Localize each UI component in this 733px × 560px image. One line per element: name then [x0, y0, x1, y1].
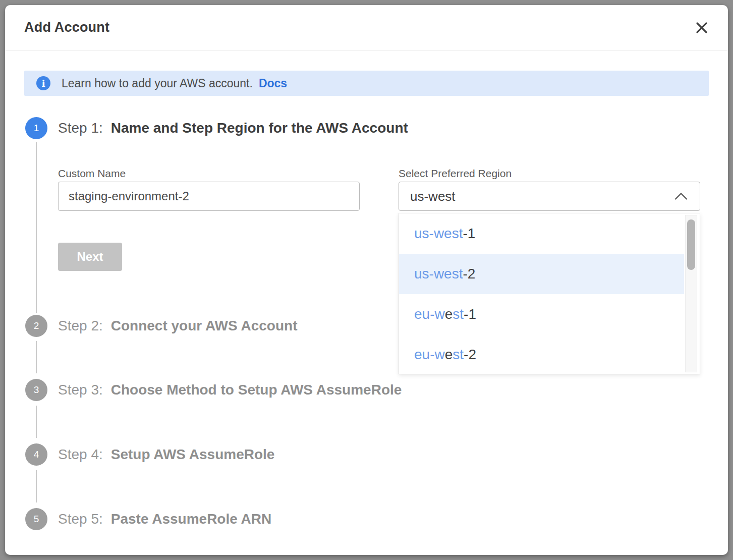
- step-2-indicator: 2: [25, 315, 47, 337]
- step-3-prefix: Step 3:: [58, 382, 103, 398]
- modal-backdrop: Add Account i Learn how to add your AWS …: [0, 0, 733, 560]
- region-dropdown: us-west-1 us-west-2 eu-west-1 eu-west-2: [399, 213, 700, 374]
- close-button[interactable]: [693, 19, 711, 37]
- next-button[interactable]: Next: [58, 243, 122, 271]
- option-rest-text: e: [445, 306, 453, 322]
- option-rest-text: -2: [464, 347, 476, 362]
- step-3-indicator: 3: [25, 379, 47, 401]
- option-match-text: us-west: [414, 226, 463, 241]
- step-1-row: 1 Step 1:Name and Step Region for the AW…: [25, 117, 408, 139]
- step-2-heading: Step 2:Connect your AWS Account: [58, 318, 297, 334]
- step-4-title: Setup AWS AssumeRole: [111, 446, 275, 462]
- step-4-prefix: Step 4:: [58, 446, 103, 462]
- step-4-indicator: 4: [25, 443, 47, 466]
- option-rest-text: -1: [463, 226, 475, 241]
- step-1-indicator: 1: [25, 117, 47, 139]
- region-label: Select Preferred Region: [399, 167, 512, 180]
- close-icon: [695, 21, 708, 34]
- modal-title: Add Account: [24, 20, 109, 35]
- step-connector-3-4: [36, 406, 37, 438]
- step-connector-4-5: [36, 470, 37, 502]
- step-1-prefix: Step 1:: [58, 120, 103, 136]
- step-4-heading: Step 4:Setup AWS AssumeRole: [58, 446, 274, 463]
- region-option-us-west-2[interactable]: us-west-2: [399, 254, 684, 294]
- step-5-prefix: Step 5:: [58, 511, 103, 527]
- dropdown-scrollbar-thumb[interactable]: [687, 219, 695, 270]
- option-rest-text: e: [445, 347, 453, 362]
- step-2-title: Connect your AWS Account: [111, 318, 298, 333]
- option-match-text: us-west: [414, 266, 463, 282]
- region-option-eu-west-1[interactable]: eu-west-1: [399, 294, 684, 334]
- custom-name-input[interactable]: [58, 182, 360, 211]
- dropdown-scrollbar[interactable]: [685, 215, 697, 372]
- option-match-text: eu-w: [414, 347, 445, 362]
- modal-header: Add Account: [5, 5, 728, 50]
- option-match-text: eu-w: [414, 306, 445, 322]
- step-5-indicator: 5: [25, 508, 47, 530]
- docs-link[interactable]: Docs: [259, 77, 287, 90]
- option-rest-text: -1: [464, 306, 476, 322]
- step-1-title: Name and Step Region for the AWS Account: [111, 120, 408, 136]
- step-2-row: 2 Step 2:Connect your AWS Account: [25, 315, 297, 337]
- chevron-up-icon[interactable]: [674, 193, 688, 200]
- step-5-heading: Step 5:Paste AssumeRole ARN: [58, 511, 271, 527]
- banner-text: Learn how to add your AWS account.: [62, 77, 253, 90]
- step-3-heading: Step 3:Choose Method to Setup AWS Assume…: [58, 382, 402, 398]
- info-banner: i Learn how to add your AWS account. Doc…: [24, 71, 709, 96]
- step-connector-2-3: [36, 341, 37, 373]
- region-input[interactable]: [399, 182, 700, 210]
- step-1-heading: Step 1:Name and Step Region for the AWS …: [58, 120, 408, 136]
- step-5-title: Paste AssumeRole ARN: [111, 511, 271, 527]
- option-rest-text: -2: [463, 266, 475, 282]
- region-option-eu-west-2[interactable]: eu-west-2: [399, 334, 684, 375]
- step-4-row: 4 Step 4:Setup AWS AssumeRole: [25, 443, 274, 466]
- step-2-prefix: Step 2:: [58, 318, 103, 333]
- region-combobox[interactable]: [399, 182, 700, 211]
- info-icon: i: [36, 76, 50, 90]
- step-3-row: 3 Step 3:Choose Method to Setup AWS Assu…: [25, 379, 402, 401]
- option-match-text: st: [453, 347, 464, 362]
- add-account-modal: Add Account i Learn how to add your AWS …: [5, 5, 728, 555]
- region-option-us-west-1[interactable]: us-west-1: [399, 213, 684, 254]
- step-5-row: 5 Step 5:Paste AssumeRole ARN: [25, 508, 271, 530]
- step-3-title: Choose Method to Setup AWS AssumeRole: [111, 382, 402, 398]
- custom-name-label: Custom Name: [58, 167, 126, 180]
- step-connector-1-2: [36, 142, 37, 313]
- option-match-text: st: [453, 306, 464, 322]
